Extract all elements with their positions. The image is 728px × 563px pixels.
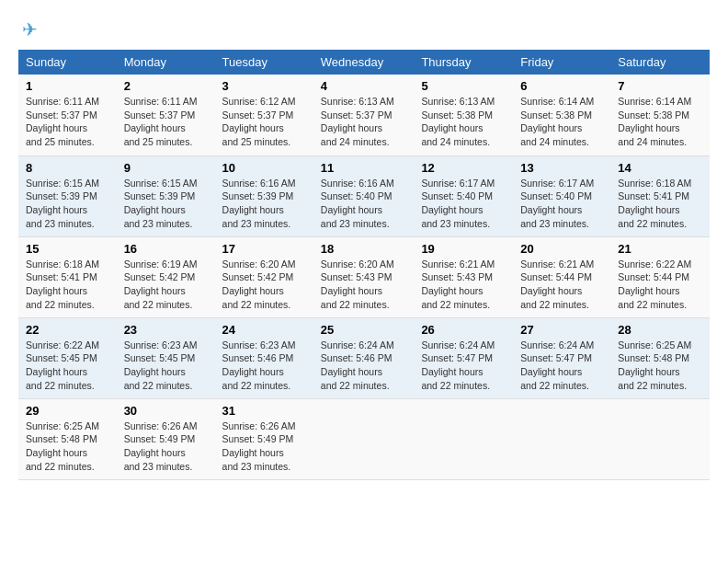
- logo-bird-icon: ✈: [22, 18, 38, 40]
- day-number: 14: [618, 161, 702, 175]
- calendar-cell: 3 Sunrise: 6:12 AM Sunset: 5:37 PM Dayli…: [215, 75, 313, 155]
- day-info: Sunrise: 6:26 AM Sunset: 5:49 PM Dayligh…: [124, 419, 208, 474]
- calendar-cell: 27 Sunrise: 6:24 AM Sunset: 5:47 PM Dayl…: [513, 317, 610, 398]
- day-info: Sunrise: 6:22 AM Sunset: 5:44 PM Dayligh…: [618, 258, 702, 312]
- calendar-cell: 15 Sunrise: 6:18 AM Sunset: 5:41 PM Dayl…: [18, 236, 117, 317]
- day-number: 9: [124, 161, 208, 175]
- calendar-cell: 4 Sunrise: 6:13 AM Sunset: 5:37 PM Dayli…: [313, 75, 415, 155]
- calendar-cell: 18 Sunrise: 6:20 AM Sunset: 5:43 PM Dayl…: [313, 236, 415, 317]
- calendar-cell: [610, 398, 710, 479]
- day-info: Sunrise: 6:24 AM Sunset: 5:47 PM Dayligh…: [421, 339, 506, 393]
- column-header-friday: Friday: [513, 50, 610, 75]
- day-number: 22: [26, 323, 109, 337]
- day-number: 4: [321, 79, 407, 93]
- day-info: Sunrise: 6:13 AM Sunset: 5:38 PM Dayligh…: [421, 95, 506, 149]
- calendar-cell: 20 Sunrise: 6:21 AM Sunset: 5:44 PM Dayl…: [513, 236, 610, 317]
- day-info: Sunrise: 6:24 AM Sunset: 5:47 PM Dayligh…: [520, 339, 603, 393]
- day-info: Sunrise: 6:17 AM Sunset: 5:40 PM Dayligh…: [520, 177, 603, 231]
- day-info: Sunrise: 6:23 AM Sunset: 5:46 PM Dayligh…: [222, 339, 306, 393]
- day-number: 19: [421, 242, 506, 256]
- day-info: Sunrise: 6:18 AM Sunset: 5:41 PM Dayligh…: [26, 258, 109, 312]
- day-number: 18: [321, 242, 407, 256]
- day-info: Sunrise: 6:21 AM Sunset: 5:43 PM Dayligh…: [421, 258, 506, 312]
- day-info: Sunrise: 6:23 AM Sunset: 5:45 PM Dayligh…: [124, 339, 208, 393]
- day-info: Sunrise: 6:19 AM Sunset: 5:42 PM Dayligh…: [124, 258, 208, 312]
- day-info: Sunrise: 6:11 AM Sunset: 5:37 PM Dayligh…: [124, 95, 208, 149]
- day-info: Sunrise: 6:12 AM Sunset: 5:37 PM Dayligh…: [222, 95, 306, 149]
- calendar-cell: 30 Sunrise: 6:26 AM Sunset: 5:49 PM Dayl…: [117, 398, 215, 479]
- day-number: 10: [222, 161, 306, 175]
- day-number: 30: [124, 404, 208, 418]
- page-header: ✈: [18, 18, 710, 40]
- day-number: 13: [520, 161, 603, 175]
- day-info: Sunrise: 6:11 AM Sunset: 5:37 PM Dayligh…: [26, 95, 109, 149]
- calendar-cell: 2 Sunrise: 6:11 AM Sunset: 5:37 PM Dayli…: [117, 75, 215, 155]
- calendar-cell: [513, 398, 610, 479]
- calendar-cell: 24 Sunrise: 6:23 AM Sunset: 5:46 PM Dayl…: [215, 317, 313, 398]
- calendar-cell: 17 Sunrise: 6:20 AM Sunset: 5:42 PM Dayl…: [215, 236, 313, 317]
- week-row-4: 22 Sunrise: 6:22 AM Sunset: 5:45 PM Dayl…: [18, 317, 710, 398]
- column-header-sunday: Sunday: [18, 50, 117, 75]
- calendar-header-row: SundayMondayTuesdayWednesdayThursdayFrid…: [18, 50, 710, 75]
- column-header-saturday: Saturday: [610, 50, 710, 75]
- day-info: Sunrise: 6:21 AM Sunset: 5:44 PM Dayligh…: [520, 258, 603, 312]
- day-info: Sunrise: 6:22 AM Sunset: 5:45 PM Dayligh…: [26, 339, 109, 393]
- calendar-cell: 22 Sunrise: 6:22 AM Sunset: 5:45 PM Dayl…: [18, 317, 117, 398]
- day-info: Sunrise: 6:14 AM Sunset: 5:38 PM Dayligh…: [618, 95, 702, 149]
- column-header-wednesday: Wednesday: [313, 50, 415, 75]
- calendar-cell: 25 Sunrise: 6:24 AM Sunset: 5:46 PM Dayl…: [313, 317, 415, 398]
- calendar-table: SundayMondayTuesdayWednesdayThursdayFrid…: [18, 50, 710, 480]
- day-number: 26: [421, 323, 506, 337]
- day-number: 11: [321, 161, 407, 175]
- day-info: Sunrise: 6:20 AM Sunset: 5:42 PM Dayligh…: [222, 258, 306, 312]
- week-row-2: 8 Sunrise: 6:15 AM Sunset: 5:39 PM Dayli…: [18, 155, 710, 236]
- day-info: Sunrise: 6:15 AM Sunset: 5:39 PM Dayligh…: [26, 177, 109, 231]
- day-info: Sunrise: 6:20 AM Sunset: 5:43 PM Dayligh…: [321, 258, 407, 312]
- day-info: Sunrise: 6:16 AM Sunset: 5:39 PM Dayligh…: [222, 177, 306, 231]
- day-info: Sunrise: 6:17 AM Sunset: 5:40 PM Dayligh…: [421, 177, 506, 231]
- calendar-cell: 13 Sunrise: 6:17 AM Sunset: 5:40 PM Dayl…: [513, 155, 610, 236]
- calendar-cell: 6 Sunrise: 6:14 AM Sunset: 5:38 PM Dayli…: [513, 75, 610, 155]
- day-number: 1: [26, 79, 109, 93]
- day-number: 6: [520, 79, 603, 93]
- calendar-cell: 31 Sunrise: 6:26 AM Sunset: 5:49 PM Dayl…: [215, 398, 313, 479]
- day-number: 16: [124, 242, 208, 256]
- day-number: 23: [124, 323, 208, 337]
- logo: ✈: [18, 18, 38, 40]
- calendar-cell: 16 Sunrise: 6:19 AM Sunset: 5:42 PM Dayl…: [117, 236, 215, 317]
- day-number: 20: [520, 242, 603, 256]
- day-number: 28: [618, 323, 702, 337]
- day-info: Sunrise: 6:15 AM Sunset: 5:39 PM Dayligh…: [124, 177, 208, 231]
- calendar-cell: 23 Sunrise: 6:23 AM Sunset: 5:45 PM Dayl…: [117, 317, 215, 398]
- day-info: Sunrise: 6:24 AM Sunset: 5:46 PM Dayligh…: [321, 339, 407, 393]
- calendar-cell: 10 Sunrise: 6:16 AM Sunset: 5:39 PM Dayl…: [215, 155, 313, 236]
- calendar-cell: [313, 398, 415, 479]
- day-info: Sunrise: 6:16 AM Sunset: 5:40 PM Dayligh…: [321, 177, 407, 231]
- day-number: 2: [124, 79, 208, 93]
- calendar-cell: 28 Sunrise: 6:25 AM Sunset: 5:48 PM Dayl…: [610, 317, 710, 398]
- day-number: 31: [222, 404, 306, 418]
- day-number: 24: [222, 323, 306, 337]
- column-header-tuesday: Tuesday: [215, 50, 313, 75]
- day-number: 5: [421, 79, 506, 93]
- calendar-cell: 7 Sunrise: 6:14 AM Sunset: 5:38 PM Dayli…: [610, 75, 710, 155]
- calendar-cell: 9 Sunrise: 6:15 AM Sunset: 5:39 PM Dayli…: [117, 155, 215, 236]
- calendar-cell: 21 Sunrise: 6:22 AM Sunset: 5:44 PM Dayl…: [610, 236, 710, 317]
- day-info: Sunrise: 6:13 AM Sunset: 5:37 PM Dayligh…: [321, 95, 407, 149]
- calendar-cell: [414, 398, 513, 479]
- day-number: 25: [321, 323, 407, 337]
- calendar-cell: 19 Sunrise: 6:21 AM Sunset: 5:43 PM Dayl…: [414, 236, 513, 317]
- day-number: 27: [520, 323, 603, 337]
- calendar-cell: 26 Sunrise: 6:24 AM Sunset: 5:47 PM Dayl…: [414, 317, 513, 398]
- day-number: 12: [421, 161, 506, 175]
- column-header-monday: Monday: [117, 50, 215, 75]
- week-row-5: 29 Sunrise: 6:25 AM Sunset: 5:48 PM Dayl…: [18, 398, 710, 479]
- day-number: 17: [222, 242, 306, 256]
- day-info: Sunrise: 6:25 AM Sunset: 5:48 PM Dayligh…: [618, 339, 702, 393]
- day-info: Sunrise: 6:26 AM Sunset: 5:49 PM Dayligh…: [222, 419, 306, 474]
- day-number: 3: [222, 79, 306, 93]
- calendar-cell: 12 Sunrise: 6:17 AM Sunset: 5:40 PM Dayl…: [414, 155, 513, 236]
- day-info: Sunrise: 6:14 AM Sunset: 5:38 PM Dayligh…: [520, 95, 603, 149]
- calendar-cell: 5 Sunrise: 6:13 AM Sunset: 5:38 PM Dayli…: [414, 75, 513, 155]
- day-number: 21: [618, 242, 702, 256]
